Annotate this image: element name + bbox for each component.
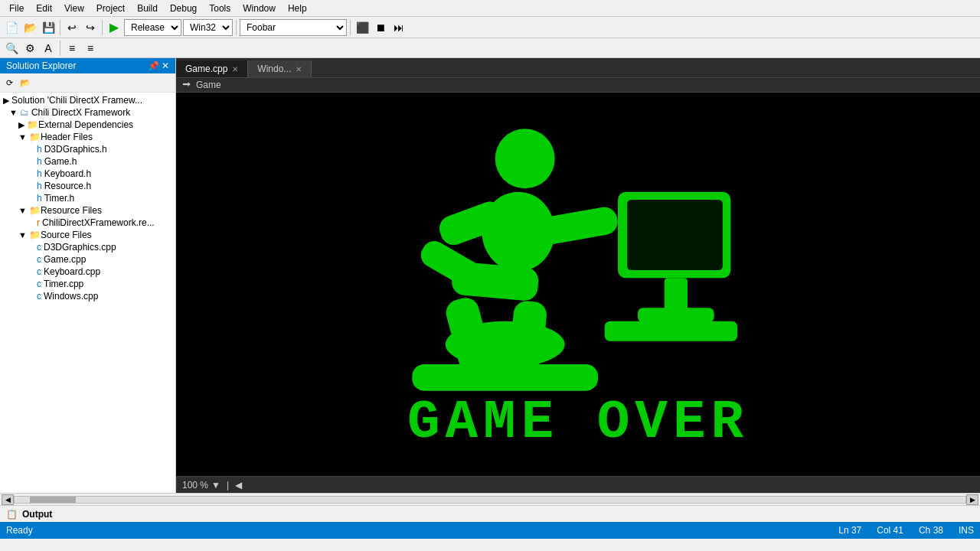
tree-chili-rc[interactable]: r ChiliDirectXFramework.re... <box>0 217 175 229</box>
d3dgraphics-h-label: D3DGraphics.h <box>44 144 107 155</box>
timer-h-label: Timer.h <box>44 193 75 204</box>
tree-timer-h[interactable]: h Timer.h <box>0 192 175 204</box>
menu-file[interactable]: File <box>3 2 30 15</box>
d3dgraphics-cpp-label: D3DGraphics.cpp <box>44 242 116 253</box>
tab-game-cpp-close[interactable]: ✕ <box>232 65 238 73</box>
menu-debug[interactable]: Debug <box>164 2 203 15</box>
tab-bar: Game.cpp ✕ Windo... ✕ <box>176 58 980 78</box>
hscroll-track[interactable] <box>14 496 966 504</box>
debug-btn2[interactable]: ⏹ <box>372 19 389 36</box>
file-icon-keyboard-h: h <box>37 168 42 179</box>
resource-expand-icon: ▼ <box>18 206 27 215</box>
svg-rect-13 <box>638 308 714 322</box>
tree-header-files[interactable]: ▼ 📁 Header Files <box>0 131 175 143</box>
svg-point-9 <box>446 321 565 367</box>
tb2-btn1[interactable]: 🔍 <box>3 40 20 57</box>
status-col: Col 41 <box>877 525 903 536</box>
tab-windo-close[interactable]: ✕ <box>296 65 302 73</box>
pin-icon[interactable]: 📌 <box>148 60 159 71</box>
save-all-btn[interactable]: 💾 <box>40 19 57 36</box>
status-bar: Ready Ln 37 Col 41 Ch 38 INS <box>0 522 980 539</box>
redo-btn[interactable]: ↪ <box>82 19 99 36</box>
se-btn1[interactable]: ⟳ <box>2 75 17 90</box>
file-icon-game-h: h <box>37 156 42 167</box>
solution-explorer-toolbar: ⟳ 📂 <box>0 73 175 93</box>
tree-keyboard-h[interactable]: h Keyboard.h <box>0 168 175 180</box>
solution-icon: ▶ <box>3 96 9 106</box>
game-over-svg: GAME OVER <box>379 93 777 476</box>
tree-resource-files[interactable]: ▼ 📁 Resource Files <box>0 204 175 217</box>
hscroll-thumb[interactable] <box>30 497 76 503</box>
menu-project[interactable]: Project <box>90 2 131 15</box>
tree-windows-cpp[interactable]: c Windows.cpp <box>0 290 175 302</box>
debug-btn1[interactable]: ⬛ <box>354 19 371 36</box>
sep1 <box>60 20 60 35</box>
folder-icon-resource: 📁 <box>29 205 41 216</box>
hscroll-right-btn[interactable]: ▶ <box>966 494 978 505</box>
resource-files-label: Resource Files <box>41 205 102 216</box>
tree-solution-root[interactable]: ▶ Solution 'Chili DirectX Framew... <box>0 94 175 106</box>
horizontal-scrollbar[interactable]: ◀ ▶ <box>0 493 980 505</box>
editor-wrapper: Game.cpp ✕ Windo... ✕ ⮕ Game <box>176 58 980 493</box>
main-toolbar: 📄 📂 💾 ↩ ↪ ▶ Release Debug Win32 x64 Foob… <box>0 17 980 38</box>
close-panel-icon[interactable]: ✕ <box>162 60 169 71</box>
tb2-btn3[interactable]: A <box>40 40 57 57</box>
configuration-dropdown[interactable]: Release Debug <box>124 19 181 36</box>
sep5 <box>60 41 60 56</box>
file-icon-game-cpp: c <box>37 254 41 265</box>
timer-cpp-label: Timer.cpp <box>44 279 83 289</box>
tree-keyboard-cpp[interactable]: c Keyboard.cpp <box>0 266 175 278</box>
tree-game-cpp[interactable]: c Game.cpp <box>0 253 175 266</box>
status-ln: Ln 37 <box>838 525 861 536</box>
game-preview-overlay: GAME OVER <box>176 93 980 476</box>
zoom-arrow[interactable]: ◀ <box>235 480 242 491</box>
open-btn[interactable]: 📂 <box>21 19 38 36</box>
menubar: File Edit View Project Build Debug Tools… <box>0 0 980 17</box>
solution-label: Solution 'Chili DirectX Framew... <box>11 95 142 106</box>
tb2-btn5[interactable]: ≡ <box>82 40 99 57</box>
new-file-btn[interactable]: 📄 <box>3 19 20 36</box>
zoom-dropdown-icon[interactable]: ▼ <box>211 480 220 491</box>
tree-game-h[interactable]: h Game.h <box>0 155 175 168</box>
menu-view[interactable]: View <box>58 2 90 15</box>
tree-source-files[interactable]: ▼ 📁 Source Files <box>0 229 175 241</box>
tab-windo[interactable]: Windo... ✕ <box>248 60 312 77</box>
menu-edit[interactable]: Edit <box>30 2 58 15</box>
source-files-label: Source Files <box>41 230 92 240</box>
play-btn[interactable]: ▶ <box>106 19 122 36</box>
status-mode: INS <box>959 525 974 536</box>
content-area: Solution Explorer 📌 ✕ ⟳ 📂 ▶ Solution 'Ch… <box>0 58 980 493</box>
tree-project[interactable]: ▼ 🗂 Chili DirectX Framework <box>0 106 175 119</box>
tab-windo-label: Windo... <box>257 64 291 74</box>
tb2-btn4[interactable]: ≡ <box>64 40 80 57</box>
hscroll-left-btn[interactable]: ◀ <box>2 494 14 505</box>
tree-d3dgraphics-h[interactable]: h D3DGraphics.h <box>0 143 175 155</box>
secondary-toolbar: 🔍 ⚙ A ≡ ≡ <box>0 38 980 58</box>
tree-d3dgraphics-cpp[interactable]: c D3DGraphics.cpp <box>0 241 175 253</box>
project-dropdown[interactable]: Foobar <box>240 19 347 36</box>
solution-explorer-panel: Solution Explorer 📌 ✕ ⟳ 📂 ▶ Solution 'Ch… <box>0 58 176 493</box>
menu-tools[interactable]: Tools <box>203 2 237 15</box>
windows-cpp-label: Windows.cpp <box>44 291 98 302</box>
status-right: Ln 37 Col 41 Ch 38 INS <box>838 525 974 536</box>
platform-dropdown[interactable]: Win32 x64 <box>183 19 233 36</box>
tree-external-deps[interactable]: ▶ 📁 External Dependencies <box>0 119 175 131</box>
tb2-btn2[interactable]: ⚙ <box>21 40 38 57</box>
output-panel[interactable]: 📋 Output <box>0 505 980 522</box>
tab-game-cpp[interactable]: Game.cpp ✕ <box>176 60 248 77</box>
menu-help[interactable]: Help <box>282 2 313 15</box>
debug-btn3[interactable]: ⏭ <box>390 19 407 36</box>
svg-rect-8 <box>412 364 598 391</box>
editor-inner: ▼ ▼ ▶ along w ********** #inc <box>176 93 980 476</box>
menu-window[interactable]: Window <box>237 2 282 15</box>
external-deps-label: External Dependencies <box>38 119 133 130</box>
solution-explorer-title: Solution Explorer <box>6 60 76 71</box>
undo-btn[interactable]: ↩ <box>64 19 80 36</box>
menu-build[interactable]: Build <box>131 2 164 15</box>
file-icon-resource-h: h <box>37 181 42 191</box>
resource-h-label: Resource.h <box>44 181 91 191</box>
se-btn2[interactable]: 📂 <box>18 75 33 90</box>
tree-resource-h[interactable]: h Resource.h <box>0 180 175 192</box>
zoom-bar: 100 % ▼ | ◀ <box>176 476 980 493</box>
tree-timer-cpp[interactable]: c Timer.cpp <box>0 278 175 290</box>
